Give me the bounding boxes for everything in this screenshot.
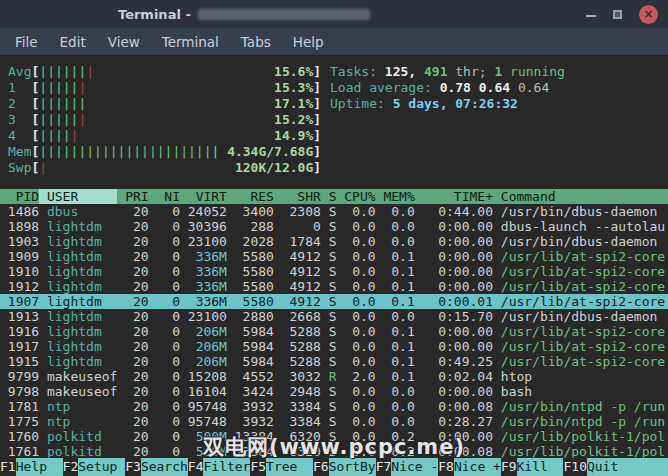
cell-cmd: /usr/lib/at-spi2-core — [493, 249, 668, 264]
meter-bracket-close: ] — [313, 144, 321, 160]
cell-mem: 0.1 — [376, 264, 415, 279]
cell-mem: 0.0 — [376, 384, 415, 399]
process-row-9799[interactable]: 9799makeuseof2001520845523032R2.00.10:02… — [0, 369, 668, 384]
process-row-1910[interactable]: 1910lightdm200336M55804912S0.00.10:00.00… — [0, 264, 668, 279]
meter-bar-red: | — [71, 128, 79, 143]
process-row-1909[interactable]: 1909lightdm200336M55804912S0.00.10:00.00… — [0, 249, 668, 264]
close-icon[interactable]: × — [639, 5, 658, 24]
cell-res: 5580 — [227, 264, 274, 279]
meter-2: 2[||||||17.1%] — [8, 96, 321, 112]
process-row-1913[interactable]: 1913lightdm2002310028802668S0.00.00:15.7… — [0, 309, 668, 324]
col-shr[interactable]: SHR — [274, 189, 321, 204]
cell-pid: 1903 — [0, 234, 39, 249]
menu-item-terminal[interactable]: Terminal — [151, 34, 230, 50]
meter-bar-green: | — [141, 144, 149, 159]
cell-ni: 0 — [149, 369, 180, 384]
col-s[interactable]: S — [321, 189, 337, 204]
menu-item-edit[interactable]: Edit — [49, 34, 97, 50]
fkey-f2[interactable]: F2 — [63, 458, 79, 476]
menu-item-help[interactable]: Help — [282, 34, 335, 50]
meter-body: ||||||15.2% — [39, 112, 313, 128]
cell-time: 0:00.00 — [415, 324, 493, 339]
terminal-content[interactable]: Avg[|||||||15.6%]1[||||||15.3%]2[||||||1… — [0, 56, 668, 476]
cell-s: S — [321, 309, 337, 324]
cell-virt: 336M — [180, 294, 227, 309]
process-row-1781[interactable]: 1781ntp2009574839323384S0.00.00:00.08/us… — [0, 399, 668, 414]
cell-mem: 0.1 — [376, 294, 415, 309]
col-time[interactable]: TIME+ — [415, 189, 493, 204]
meter-label: Swp — [8, 160, 31, 176]
meter-bar-green: | — [63, 64, 71, 79]
uptime-line: Uptime: 5 days, 07:26:32 — [330, 96, 565, 112]
cell-mem: 0.1 — [376, 354, 415, 369]
fbutton-quit[interactable]: Quit — [587, 458, 668, 476]
process-row-1775[interactable]: 1775ntp2009574839323384S0.00.00:28.27/us… — [0, 414, 668, 429]
col-user[interactable]: USER — [39, 189, 117, 204]
col-mem[interactable]: MEM% — [376, 189, 415, 204]
col-pri[interactable]: PRI — [117, 189, 148, 204]
process-row-1912[interactable]: 1912lightdm200336M55804912S0.00.10:00.00… — [0, 279, 668, 294]
cell-pri: 20 — [117, 204, 148, 219]
cell-shr: 5288 — [274, 339, 321, 354]
fkey-f9[interactable]: F9 — [501, 458, 517, 476]
fkey-f4[interactable]: F4 — [188, 458, 204, 476]
menu-item-tabs[interactable]: Tabs — [230, 34, 282, 50]
process-row-1898[interactable]: 1898lightdm200303962880S0.00.00:00.00dbu… — [0, 219, 668, 234]
col-virt[interactable]: VIRT — [180, 189, 227, 204]
process-list: 1486dbus2002405234002308S0.00.00:44.00/u… — [0, 204, 668, 459]
col-pid[interactable]: PID — [0, 189, 39, 204]
meter-bracket-open: [ — [31, 80, 39, 96]
cell-ni: 0 — [149, 264, 180, 279]
meter-bar-red: | — [39, 160, 47, 175]
process-row-1915[interactable]: 1915lightdm200206M59845288S0.00.10:49.25… — [0, 354, 668, 369]
meter-bar-green: | — [188, 144, 196, 159]
fkey-f10[interactable]: F10 — [563, 458, 586, 476]
cell-shr: 1784 — [274, 234, 321, 249]
cell-res: 5580 — [227, 279, 274, 294]
fbutton-help[interactable]: Help — [16, 458, 63, 476]
cell-s: S — [321, 234, 337, 249]
process-row-1903[interactable]: 1903lightdm2002310020281784S0.00.00:00.0… — [0, 234, 668, 249]
fbutton-setup[interactable]: Setup — [78, 458, 125, 476]
fkey-f3[interactable]: F3 — [125, 458, 141, 476]
cell-pid: 1760 — [0, 429, 39, 444]
meter-bars: ||||| — [39, 128, 78, 144]
meter-bracket-open: [ — [31, 64, 39, 80]
fbutton-search[interactable]: Search — [141, 458, 188, 476]
process-row-1917[interactable]: 1917lightdm200206M59845288S0.00.10:00.00… — [0, 339, 668, 354]
cell-cpu: 0.0 — [336, 204, 375, 219]
cell-shr: 2308 — [274, 204, 321, 219]
maximize-icon[interactable] — [613, 10, 622, 19]
meter-bar-green: | — [55, 112, 63, 127]
col-command[interactable]: Command — [493, 189, 668, 204]
cell-user: lightdm — [39, 279, 117, 294]
meter-bar-green: | — [78, 96, 86, 111]
cell-mem: 0.1 — [376, 369, 415, 384]
cell-user: polkitd — [39, 444, 117, 459]
meter-1: 1[||||||15.3%] — [8, 80, 321, 96]
col-ni[interactable]: NI — [149, 189, 180, 204]
fbutton-kill[interactable]: Kill — [517, 458, 564, 476]
menu-item-file[interactable]: File — [4, 34, 49, 50]
load-average-line: Load average: 0.78 0.64 0.64 — [330, 80, 565, 96]
tasks-line-segment: running — [502, 64, 565, 79]
window-title-redacted — [198, 9, 370, 20]
process-row-1907[interactable]: 1907lightdm200336M55804912S0.00.10:00.01… — [0, 294, 668, 309]
cell-user: lightdm — [39, 324, 117, 339]
cell-ni: 0 — [149, 339, 180, 354]
minimize-icon[interactable] — [586, 15, 596, 17]
process-row-1916[interactable]: 1916lightdm200206M59845288S0.00.10:00.00… — [0, 324, 668, 339]
col-cpu[interactable]: CPU% — [336, 189, 375, 204]
process-row-1486[interactable]: 1486dbus2002405234002308S0.00.00:44.00/u… — [0, 204, 668, 219]
meter-value: 15.3% — [274, 80, 313, 96]
process-row-9798[interactable]: 9798makeuseof2001610434242948S0.00.00:00… — [0, 384, 668, 399]
cell-user: makeuseof — [39, 369, 117, 384]
load-average-line-segment: 0.64 — [518, 80, 549, 95]
meter-bar-green: | — [39, 64, 47, 79]
fkey-f1[interactable]: F1 — [0, 458, 16, 476]
cell-cmd: /usr/lib/at-spi2-core — [493, 354, 668, 369]
col-res[interactable]: RES — [227, 189, 274, 204]
menu-item-view[interactable]: View — [97, 34, 151, 50]
cell-pri: 20 — [117, 249, 148, 264]
meter-bracket-close: ] — [313, 80, 321, 96]
